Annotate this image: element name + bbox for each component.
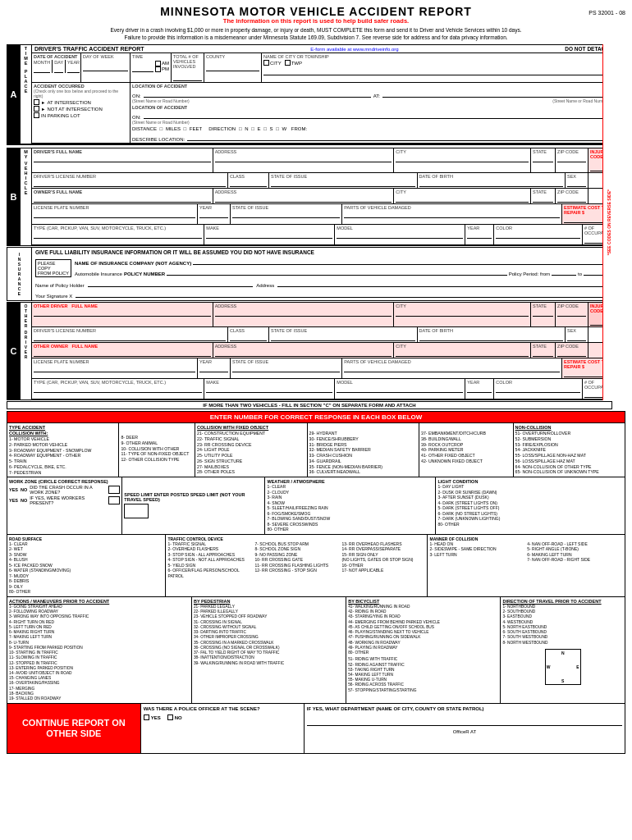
list-item: 54- JACKKNIFE (515, 447, 623, 453)
list-item: 32- MEDIAN SAFETY BARRIER (309, 447, 417, 453)
list-item: 37- EMBANKMENT/DITCH/CURB (421, 431, 511, 436)
section-b-label: B (7, 148, 21, 245)
traffic-c-items: 13- RR OVERHEAD FLASHERS14- RR OVERPASS/… (341, 541, 425, 579)
officer-at-label: OfficeR AT (307, 729, 622, 734)
twp-checkbox[interactable] (285, 60, 291, 66)
list-item: 25- UTILITY POLE (197, 453, 305, 459)
continue-report-box: CONTINUE REPORT ON OTHER SIDE (7, 704, 140, 753)
bicycle-b-items: 51- RIDING WITH TRAFFIC52- RIDING AGAINS… (348, 657, 498, 693)
actions-items: 1- GOING STRAIGHT AHEAD2- FOLLOWING ROAD… (9, 605, 190, 701)
bicycle-items: 41- WALKING/RUNNING IN ROAD42- RIDING IN… (348, 605, 498, 655)
light-items: 1- DAY LIGHT2- DUSK OR SUNRISE (DAWN)3- … (437, 484, 623, 527)
list-item: 56- LOSS/SPILLAGE HAZ MAT (515, 459, 623, 464)
list-item: 35- FENCE (NON-MEDIAN BARRIER) (309, 464, 417, 470)
list-item: 12- RR CROSSING - STOP SIGN (254, 568, 338, 573)
list-item: 55- LOSS/SPILLAGE NON-HAZ MAT (515, 453, 623, 459)
list-item: 28- OTHER POLES (197, 469, 305, 475)
list-item: 9- OTHER ANIMAL (121, 441, 193, 446)
list-item: 64- NON-COLLISION OF OTHER TYPE (515, 464, 623, 470)
list-item: 39- WALKING/RUNNING IN ROAD WITH TRAFFIC (194, 661, 344, 666)
list-item: 38- BUILDING/WALL (421, 436, 511, 442)
more-vehicles-note: IF MORE THAN TWO VEHICLES - FILL IN SECT… (7, 401, 612, 409)
list-item: 39- ROCK OUTCROP (421, 442, 511, 448)
list-item: 57- STOPPING/STARTING/STARTING (348, 688, 498, 693)
list-item: 21- CONSTRUCTION EQUIPMENT (197, 431, 305, 436)
list-item: 7- NAN OFF-ROAD - RIGHT SIDE (527, 557, 623, 563)
list-item: 10- COLLISION WITH OTHER (121, 446, 193, 452)
other-driver-side-label: OTHERDRIVER (21, 303, 32, 399)
list-item: 19- STALLED ON ROADWAY (9, 696, 190, 701)
list-item: 17- NOT APPLICABLE (341, 568, 425, 573)
list-item: 80- OTHER (437, 522, 623, 527)
list-item: 12- OTHER COLLISION TYPE (121, 457, 193, 463)
fixed-c-items-col: 37- EMBANKMENT/DITCH/CURB38- BUILDING/WA… (421, 431, 511, 464)
list-item: 29- HYDRANT (309, 431, 417, 436)
speed-limit-box[interactable] (124, 504, 149, 518)
list-item: (NO LIGHTS, GATES OR STOP SIGN) (341, 557, 425, 563)
traffic-b-items: 7- SCHOOL BUS STOP ARM8- SCHOOL ZONE SIG… (254, 541, 338, 579)
list-item: 2- PARKED MOTOR VEHICLE (9, 442, 117, 448)
insurance-label: INSURANCE (7, 248, 32, 300)
list-item: 5- TRAIN (9, 459, 117, 464)
list-item: 53- FIRE/EXPLOSION (515, 442, 623, 448)
list-item: 24- LIGHT POLE (197, 447, 305, 453)
pm-checkbox[interactable] (155, 66, 161, 72)
list-item: 4- STOP SIGN - NOT ALL APPROACHES (167, 557, 251, 563)
pedestrian-items: 21- PARKED LEGALLY22- PARKED ILLEGALLY23… (194, 605, 344, 666)
police-yes-checkbox[interactable] (144, 714, 149, 720)
list-item: 6- PEDALCYCLE, BIKE, ETC. (9, 464, 117, 470)
list-item: 30- FENCE/SHRUBBERY (309, 436, 417, 442)
list-item: 1- MOTOR VEHICLE (9, 436, 117, 442)
list-item: 3- LEFT TURN (429, 552, 525, 558)
info-line: The information on this report is used t… (7, 17, 625, 25)
list-item: 31- BRIDGE PIERS (309, 442, 417, 448)
list-item: 26- SIGN STRUCTURE (197, 459, 305, 464)
list-item: 65- NON-COLLISION OF UNKNOWN TYPE (515, 469, 623, 475)
list-item: 80- OTHER (9, 589, 163, 595)
list-item: 36- CULVERT/HEADWALL (309, 469, 417, 475)
road-items: 1- CLEAR2- WET3- SNOW4- BLUSH5- ICE PACK… (9, 541, 163, 595)
workers-present-box[interactable] (108, 496, 120, 504)
city-checkbox[interactable] (263, 60, 269, 66)
list-item: 8- NORTH WESTBOUND (502, 641, 623, 646)
direction-items: 1- NORTHBOUND2- SOUTHBOUND3- EASTBOUND4-… (502, 605, 623, 646)
list-item: 27- MAILBOXES (197, 464, 305, 470)
non-collision-items-col: 51- OVERTURN/ROLLOVER52- SUBMERSION53- F… (515, 431, 623, 475)
list-item: 11- TYPE OF NON-FIXED OBJECT (121, 451, 193, 457)
work-zone-answer-box[interactable] (108, 486, 120, 494)
list-item: 34- GUARDRAIL (309, 459, 417, 464)
section-a-label: A (7, 45, 21, 144)
manner-b-items: 4- NAN OFF-ROAD - LEFT SIDE5- RIGHT ANGL… (527, 541, 623, 563)
list-item: 4- ROADWAY EQUIPMENT - OTHER (9, 453, 117, 459)
fixed-items-col: 21- CONSTRUCTION EQUIPMENT22- TRAFFIC SI… (197, 431, 305, 475)
list-item: 80- OTHER (267, 527, 433, 532)
police-no-checkbox[interactable] (167, 714, 173, 720)
insurance-warning: GIVE FULL LIABILITY INSURANCE INFORMATIO… (35, 249, 608, 255)
list-item: 3- ROADWAY EQUIPMENT - SNOWPLOW (9, 448, 117, 454)
list-item: 80- OTHER (348, 651, 498, 655)
collision-items-col: 1- MOTOR VEHICLE2- PARKED MOTOR VEHICLE3… (9, 436, 117, 475)
list-item: 40- PARKING METER (421, 447, 511, 453)
list-item: 52- SUBMERSION (515, 436, 623, 442)
not-intersection-checkbox[interactable] (34, 106, 39, 112)
list-item: 33- CRASH CUSHION (309, 453, 417, 459)
section-a-header: DRIVER'S TRAFFIC ACCIDENT REPORT (34, 46, 144, 52)
weather-items: 1- CLEAR2- CLOUDY3- RAIN4- SNOW5- SLEET/… (267, 484, 433, 532)
am-checkbox[interactable] (155, 61, 161, 66)
collision-b-items-col: 8- DEER9- OTHER ANIMAL10- COLLISION WITH… (121, 435, 193, 463)
at-intersection-checkbox[interactable] (34, 99, 39, 105)
list-item: 8- DEER (121, 435, 193, 441)
bottom-header: ENTER NUMBER FOR CORRECT RESPONSE IN EAC… (7, 412, 625, 422)
my-vehicle-label: MYVEHICLE (21, 148, 32, 245)
fixed-b-items-col: 29- HYDRANT30- FENCE/SHRUBBERY31- BRIDGE… (309, 431, 417, 475)
list-item: 6- OFFICER/FLAG PERSON/SCHOOL PATROL (167, 568, 251, 578)
traffic-items: 1- TRAFFIC SIGNAL2- OVERHEAD FLASHERS3- … (167, 541, 251, 579)
parking-lot-checkbox[interactable] (34, 112, 39, 118)
list-item: 23- RR CROSSING DEVICE (197, 442, 305, 448)
list-item: 22- TRAFFIC SIGNAL (197, 436, 305, 442)
list-item: 51- OVERTURN/ROLLOVER (515, 431, 623, 436)
list-item: 7- PEDESTRIAN (9, 470, 117, 476)
section-c-label: C (7, 303, 21, 399)
time-place-label: TIMEPLACE (21, 45, 32, 144)
list-item: 41- OTHER FIXED OBJECT (421, 453, 511, 459)
